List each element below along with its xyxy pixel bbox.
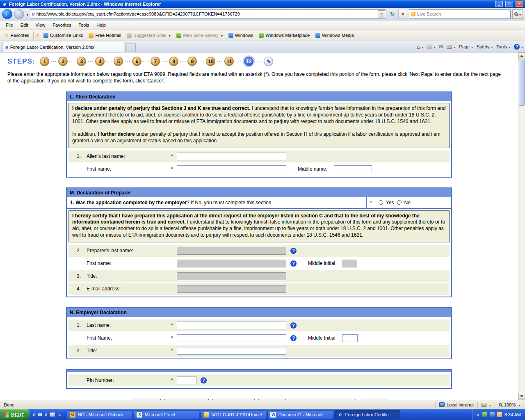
home-button[interactable]: ⌂ (417, 43, 423, 50)
dropdown-arrow-icon[interactable] (433, 44, 435, 49)
dropdown-arrow-icon[interactable] (421, 44, 423, 49)
task-explorer-folder[interactable]: \\OFLC-ATL-FP01\Home\... (201, 410, 266, 419)
help-icon[interactable]: ? (290, 335, 297, 341)
history-dropdown-icon[interactable] (26, 10, 28, 18)
url-input[interactable] (37, 11, 376, 16)
dropdown-arrow-icon[interactable] (453, 44, 455, 49)
alien-first-name-input[interactable] (177, 165, 286, 173)
close-button[interactable]: × (516, 1, 523, 7)
dropdown-arrow-icon[interactable] (168, 33, 171, 38)
scrollbar-thumb[interactable] (519, 60, 525, 106)
tray-network-icon[interactable] (490, 412, 495, 417)
help-menu-button[interactable]: ? (514, 44, 523, 50)
step-2[interactable]: 2 (58, 57, 68, 66)
print-button[interactable] (447, 44, 455, 49)
refresh-button[interactable]: ↻ (388, 9, 397, 19)
help-icon[interactable]: ? (290, 260, 297, 267)
task-foreign-labor-certification[interactable]: e Foreign Labor Certific... (334, 410, 400, 419)
alien-middle-name-input[interactable] (334, 165, 372, 173)
address-dropdown-icon[interactable] (378, 10, 385, 18)
dropdown-arrow-icon[interactable] (488, 402, 491, 407)
show-desktop-icon[interactable] (50, 412, 55, 417)
menu-help[interactable]: Help (93, 21, 109, 29)
step-10[interactable]: 10 (206, 57, 215, 66)
step-1[interactable]: 1 (40, 57, 49, 66)
employer-last-name-input[interactable] (177, 322, 286, 329)
favorite-customize-links[interactable]: Customize Links (41, 32, 85, 39)
dropdown-arrow-icon[interactable] (220, 33, 223, 38)
start-button[interactable]: Start (0, 409, 30, 420)
final-step-icon[interactable]: ✎ (264, 57, 273, 66)
favorites-button[interactable]: ★ Favorites (2, 32, 32, 39)
employer-title-input[interactable] (177, 347, 286, 355)
favorite-web-slice-gallery[interactable]: Web Slice Gallery (174, 32, 225, 39)
forward-button[interactable]: → (14, 9, 24, 19)
menu-tools[interactable]: Tools (75, 21, 93, 29)
dropdown-arrow-icon[interactable] (520, 44, 523, 49)
employer-middle-initial-input[interactable] (342, 334, 358, 342)
dropdown-arrow-icon[interactable] (490, 44, 493, 49)
menu-view[interactable]: View (32, 21, 49, 29)
back-button[interactable]: ← (2, 9, 12, 19)
help-icon[interactable]: ? (290, 322, 297, 329)
add-favorite-icon[interactable]: ★ (35, 32, 40, 38)
feeds-button[interactable] (427, 44, 435, 49)
step-6[interactable]: 6 (132, 57, 142, 66)
vertical-scrollbar[interactable] (518, 52, 525, 400)
alien-last-name-input[interactable] (177, 153, 286, 160)
task-word[interactable]: W Document1 - Microsoft ... (267, 410, 333, 419)
task-excel[interactable]: X Microsoft Excel (134, 410, 199, 419)
new-tab-button[interactable] (125, 43, 136, 52)
menu-file[interactable]: File (2, 21, 16, 29)
zoom-control[interactable]: 100% (495, 402, 524, 408)
employer-first-name-input[interactable] (177, 334, 286, 342)
tab-foreign-labor-certification[interactable]: e Foreign Labor Certification, Version 2… (2, 42, 124, 52)
task-outlook[interactable]: O NO - Microsoft Outlook (67, 410, 132, 419)
step-7[interactable]: 7 (151, 57, 160, 66)
minimize-button[interactable]: _ (495, 1, 503, 7)
quick-launch-mail-icon[interactable]: ✉ (38, 412, 42, 418)
step-4[interactable]: 4 (95, 57, 105, 66)
tray-expand-chevron[interactable]: « (476, 412, 480, 417)
help-icon[interactable]: ? (290, 248, 297, 254)
dropdown-arrow-icon[interactable] (508, 44, 510, 49)
quick-launch-ie-icon[interactable]: e (33, 412, 36, 418)
scroll-down-button[interactable] (518, 393, 525, 400)
step-5[interactable]: 5 (114, 57, 123, 66)
search-button[interactable] (512, 9, 523, 19)
pin-number-input[interactable] (177, 377, 196, 384)
search-dropdown-icon[interactable] (518, 10, 521, 18)
tray-shield-icon[interactable] (482, 412, 487, 417)
search-input[interactable] (417, 11, 509, 16)
yes-radio[interactable] (379, 200, 383, 205)
dropdown-arrow-icon[interactable] (470, 44, 473, 49)
favorite-windows[interactable]: Windows (226, 32, 256, 39)
step-3[interactable]: 3 (77, 57, 86, 66)
menu-edit[interactable]: Edit (17, 21, 32, 29)
maximize-button[interactable]: □ (505, 1, 513, 7)
step-8[interactable]: 8 (169, 57, 178, 66)
dropdown-arrow-icon[interactable] (518, 402, 520, 407)
help-icon[interactable]: ? (201, 377, 207, 383)
tray-mail-icon[interactable] (497, 412, 502, 417)
step-11[interactable]: 11 (224, 57, 234, 66)
menu-favorites[interactable]: Favorites (49, 21, 74, 29)
step-12-current[interactable]: 12 (244, 57, 253, 66)
favorite-windows-marketplace[interactable]: Windows Marketplace (257, 32, 312, 39)
read-mail-button[interactable]: ✉ (439, 44, 443, 50)
address-field[interactable]: e (30, 9, 386, 19)
favorite-free-hotmail[interactable]: Free Hotmail (87, 32, 123, 39)
scroll-up-button[interactable] (518, 52, 525, 59)
scrollbar-track[interactable] (518, 59, 525, 393)
tools-menu-button[interactable]: Tools (496, 44, 510, 49)
protected-mode-cell[interactable] (477, 402, 495, 408)
favorite-windows-media[interactable]: Windows Media (313, 32, 356, 39)
stop-button[interactable]: × (398, 9, 407, 19)
no-radio[interactable] (397, 200, 402, 205)
search-box[interactable] (409, 9, 511, 19)
step-9[interactable]: 9 (187, 57, 197, 66)
quick-launch-ie2-icon[interactable]: e (45, 412, 48, 418)
page-menu-button[interactable]: Page (459, 44, 473, 49)
safety-menu-button[interactable]: Safety (477, 44, 493, 49)
favorite-suggested-sites[interactable]: Suggested Sites (125, 32, 172, 39)
